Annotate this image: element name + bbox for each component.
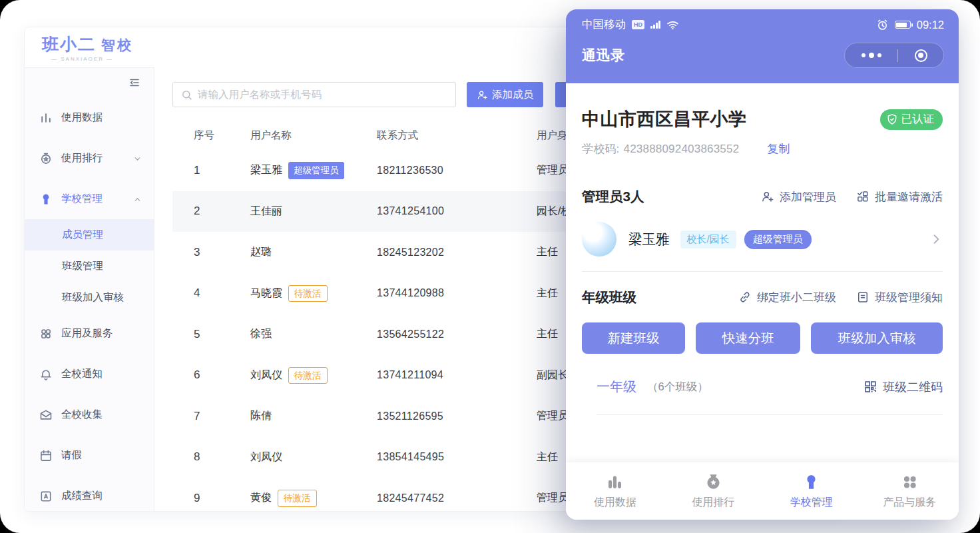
grade-divider bbox=[597, 414, 943, 415]
tab-label: 使用数据 bbox=[594, 496, 636, 510]
col-header-name: 用户名称 bbox=[250, 129, 377, 143]
cell-contact-phone: 18245477452 bbox=[377, 492, 537, 504]
sidebar-item-label: 成绩查询 bbox=[61, 489, 103, 503]
cell-index: 8 bbox=[194, 450, 250, 464]
tab-label: 学校管理 bbox=[790, 496, 833, 510]
batch-invite-activate-link[interactable]: 批量邀请激活 bbox=[856, 189, 943, 205]
pending-activation-badge: 待激活 bbox=[288, 285, 328, 302]
cell-user-name: 刘凤仪 bbox=[250, 450, 377, 464]
four-dots-icon bbox=[901, 473, 919, 491]
admin-member-row[interactable]: 梁玉雅 校长/园长 超级管理员 bbox=[582, 222, 943, 257]
cell-index: 5 bbox=[194, 328, 250, 341]
cell-user-name: 马晓霞待激活 bbox=[250, 285, 377, 302]
shield-check-icon bbox=[886, 113, 898, 125]
person-add-icon bbox=[477, 89, 488, 101]
add-member-label: 添加成员 bbox=[492, 88, 533, 102]
chevron-right-icon bbox=[929, 233, 943, 246]
app-logo: 班小二 智校 — SANXIAOER — bbox=[42, 33, 133, 62]
copy-code-link[interactable]: 复制 bbox=[767, 141, 790, 157]
cell-index: 4 bbox=[194, 286, 250, 300]
add-admin-label: 添加管理员 bbox=[780, 189, 836, 205]
status-bar: 中国移动 HD 09:12 bbox=[582, 17, 944, 32]
new-class-button[interactable]: 新建班级 bbox=[582, 322, 685, 354]
miniprogram-capsule bbox=[844, 43, 944, 68]
chevron-up-icon bbox=[133, 195, 142, 203]
clock-time: 09:12 bbox=[917, 19, 944, 31]
sidebar-subitem-label: 班级加入审核 bbox=[62, 290, 124, 304]
cell-user-name: 刘凤仪待激活 bbox=[250, 367, 377, 384]
col-header-no: 序号 bbox=[194, 129, 250, 143]
sidebar-subitem-member-management[interactable]: 成员管理 bbox=[25, 219, 154, 251]
school-name: 中山市西区昌平小学 bbox=[582, 107, 747, 131]
class-join-review-button[interactable]: 班级加入审核 bbox=[811, 322, 943, 354]
cell-contact-phone: 13741211094 bbox=[377, 369, 537, 381]
search-input[interactable] bbox=[198, 89, 447, 101]
grade-row[interactable]: 一年级 （6个班级） 班级二维码 bbox=[582, 378, 943, 396]
cell-user-name: 黄俊待激活 bbox=[250, 490, 377, 507]
verified-label: 已认证 bbox=[901, 112, 935, 127]
person-add-icon bbox=[761, 190, 774, 203]
phone-nav-bar: 通迅录 bbox=[582, 43, 944, 68]
tab-school-management[interactable]: 学校管理 bbox=[762, 473, 861, 510]
search-box[interactable] bbox=[172, 82, 456, 107]
sidebar: 使用数据 使用排行 学校管理 成员管理 班级管理 bbox=[25, 67, 154, 512]
admin-section-title: 管理员3人 bbox=[582, 187, 644, 206]
alarm-clock-icon bbox=[876, 19, 889, 31]
pending-activation-badge: 待激活 bbox=[278, 490, 317, 507]
collapse-sidebar-icon[interactable] bbox=[128, 77, 140, 89]
class-notice-link[interactable]: 班级管理须知 bbox=[856, 290, 943, 305]
bar-chart-icon bbox=[39, 111, 53, 125]
class-qr-link[interactable]: 班级二维码 bbox=[863, 379, 943, 395]
sidebar-item-grade-query[interactable]: 成绩查询 bbox=[25, 476, 154, 512]
phone-content: 中山市西区昌平小学 已认证 学校码: 423888092403863552 复制… bbox=[566, 83, 959, 520]
cell-user-name: 赵璐 bbox=[250, 245, 377, 259]
link-icon bbox=[738, 290, 752, 304]
tab-products-services[interactable]: 产品与服务 bbox=[861, 473, 959, 510]
logo-subtitle: — SANXIAOER — bbox=[42, 56, 133, 62]
sidebar-item-usage-ranking[interactable]: 使用排行 bbox=[25, 138, 154, 179]
tab-usage-data[interactable]: 使用数据 bbox=[566, 473, 664, 510]
cell-contact-phone: 13744120988 bbox=[377, 287, 537, 299]
pending-activation-badge: 待激活 bbox=[288, 367, 328, 384]
cell-index: 3 bbox=[194, 246, 250, 259]
add-admin-link[interactable]: 添加管理员 bbox=[761, 189, 836, 205]
cell-contact-phone: 18211236530 bbox=[377, 165, 537, 177]
phone-tab-bar: 使用数据 使用排行 学校管理 产品与服务 bbox=[566, 462, 959, 520]
person-icon bbox=[802, 473, 820, 491]
avatar bbox=[582, 222, 616, 257]
sidebar-subitem-label: 成员管理 bbox=[62, 228, 103, 242]
sidebar-subitem-class-management[interactable]: 班级管理 bbox=[25, 251, 154, 282]
sidebar-item-school-management[interactable]: 学校管理 bbox=[25, 179, 154, 219]
cell-contact-phone: 13564255122 bbox=[377, 328, 537, 340]
school-code-value: 423888092403863552 bbox=[624, 143, 740, 156]
super-admin-badge: 超级管理员 bbox=[288, 162, 344, 179]
sidebar-item-label: 全校收集 bbox=[61, 408, 103, 422]
sidebar-item-school-notice[interactable]: 全校通知 bbox=[25, 354, 154, 394]
cell-contact-phone: 18245123202 bbox=[377, 247, 537, 259]
phone-mini-program: 中国移动 HD 09:12 通迅录 bbox=[566, 9, 959, 520]
close-miniprogram-icon[interactable] bbox=[915, 49, 927, 62]
phone-header: 中国移动 HD 09:12 通迅录 bbox=[566, 9, 959, 83]
logo-suffix-text: 智校 bbox=[101, 36, 133, 55]
quick-assign-button[interactable]: 快速分班 bbox=[696, 322, 800, 354]
add-member-button[interactable]: 添加成员 bbox=[467, 82, 543, 107]
logo-brand-text: 班小二 bbox=[42, 33, 96, 55]
sidebar-subitem-class-join-review[interactable]: 班级加入审核 bbox=[25, 282, 154, 313]
bell-icon bbox=[39, 368, 53, 381]
sidebar-item-apps-services[interactable]: 应用及服务 bbox=[25, 313, 154, 354]
class-notice-label: 班级管理须知 bbox=[875, 290, 943, 305]
tab-usage-ranking[interactable]: 使用排行 bbox=[664, 473, 763, 510]
bar-chart-icon bbox=[606, 473, 624, 491]
grid-icon bbox=[39, 327, 53, 340]
more-options-icon[interactable] bbox=[861, 53, 881, 58]
bind-class-label: 绑定班小二班级 bbox=[757, 290, 836, 305]
tab-label: 产品与服务 bbox=[883, 496, 936, 510]
sidebar-item-leave[interactable]: 请假 bbox=[25, 435, 154, 476]
sidebar-item-label: 请假 bbox=[61, 448, 82, 462]
cell-user-name: 王佳丽 bbox=[250, 205, 377, 219]
sidebar-item-school-collection[interactable]: 全校收集 bbox=[25, 394, 154, 435]
tab-label: 使用排行 bbox=[692, 496, 734, 510]
bind-class-link[interactable]: 绑定班小二班级 bbox=[738, 290, 836, 305]
wifi-icon bbox=[666, 19, 679, 31]
sidebar-item-usage-data[interactable]: 使用数据 bbox=[25, 97, 154, 138]
